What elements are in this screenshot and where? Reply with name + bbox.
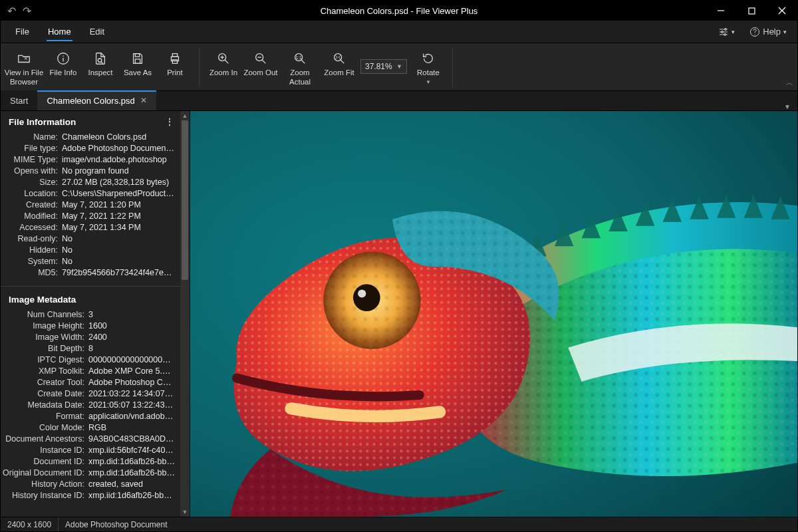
content: File Information ⋮ Name:Chameleon Colors… — [1, 111, 797, 517]
svg-line-16 — [101, 62, 103, 64]
svg-rect-21 — [172, 60, 177, 64]
statusbar: 2400 x 1600 Adobe Photoshop Document — [1, 517, 797, 531]
help-menu-button[interactable]: Help ▾ — [744, 24, 792, 40]
svg-point-40 — [353, 284, 380, 311]
tab-close-icon[interactable]: ✕ — [140, 96, 147, 105]
zoom-fit-icon — [331, 51, 347, 66]
folder-open-icon — [16, 51, 32, 66]
document-tabs: Start Chameleon Colors.psd ✕ ▼ — [1, 91, 797, 111]
metadata-list: Num Channels:3 Image Height:1600 Image W… — [1, 309, 180, 506]
menu-file[interactable]: File — [6, 23, 39, 41]
help-icon — [749, 27, 760, 37]
info-icon — [55, 51, 71, 66]
tab-start[interactable]: Start — [1, 90, 37, 110]
menu-edit[interactable]: Edit — [80, 23, 114, 41]
rotate-icon — [420, 51, 436, 66]
tab-file[interactable]: Chameleon Colors.psd ✕ — [37, 90, 156, 110]
maximize-button[interactable] — [736, 1, 767, 21]
svg-line-33 — [340, 61, 344, 64]
svg-point-11 — [755, 34, 755, 35]
metadata-panel-header: Image Metadata — [1, 289, 180, 309]
menubar: File Home Edit ▾ Help ▾ — [1, 21, 797, 43]
svg-text:1:1: 1:1 — [296, 55, 302, 60]
save-as-button[interactable]: Save As — [119, 47, 156, 86]
file-info-panel-header: File Information ⋮ — [1, 111, 180, 131]
info-sidebar: File Information ⋮ Name:Chameleon Colors… — [1, 111, 190, 517]
inspect-icon — [92, 51, 108, 66]
svg-line-23 — [225, 61, 228, 64]
rotate-button[interactable]: Rotate ▼ — [410, 47, 447, 86]
panel-menu-icon[interactable]: ⋮ — [165, 116, 175, 127]
maximize-icon — [748, 7, 755, 15]
window-title: Chameleon Colors.psd - File Viewer Plus — [1, 6, 797, 16]
zoom-level-dropdown[interactable]: 37.81% ▼ — [360, 59, 407, 74]
menu-home[interactable]: Home — [39, 23, 80, 41]
svg-point-14 — [63, 56, 63, 57]
save-icon — [130, 51, 146, 66]
minimize-icon — [717, 7, 725, 15]
view-in-file-browser-button[interactable]: View in File Browser — [3, 47, 45, 86]
svg-point-41 — [358, 289, 366, 297]
sliders-icon — [718, 27, 729, 37]
minimize-button[interactable] — [706, 1, 736, 21]
collapse-ribbon-button[interactable]: ︿ — [786, 78, 793, 88]
zoom-out-icon — [253, 51, 269, 66]
sidebar-scrollbar[interactable]: ▲ ▼ — [180, 111, 190, 517]
toolbar: View in File Browser File Info Inspect S… — [1, 43, 797, 91]
zoom-in-icon — [215, 51, 231, 66]
zoom-level-value: 37.81% — [365, 62, 392, 71]
chevron-down-icon: ▼ — [426, 79, 431, 85]
svg-rect-20 — [172, 54, 177, 57]
tabs-overflow-button[interactable]: ▼ — [777, 103, 797, 110]
status-dimensions: 2400 x 1600 — [1, 517, 59, 531]
settings-menu-button[interactable]: ▾ — [713, 24, 740, 40]
file-info-button[interactable]: File Info — [45, 47, 82, 86]
print-icon — [167, 51, 183, 66]
image-preview — [190, 111, 797, 517]
chevron-down-icon: ▼ — [396, 63, 402, 70]
titlebar: ↶ ↷ Chameleon Colors.psd - File Viewer P… — [1, 1, 797, 21]
zoom-fit-button[interactable]: Zoom Fit — [321, 47, 358, 86]
print-button[interactable]: Print — [156, 47, 194, 86]
svg-point-32 — [334, 54, 342, 61]
zoom-actual-button[interactable]: 1:1 Zoom Actual — [279, 47, 321, 86]
image-viewer[interactable] — [190, 111, 797, 517]
file-info-list: Name:Chameleon Colors.psd File type:Adob… — [1, 131, 180, 283]
help-label: Help — [763, 27, 781, 37]
scroll-up-icon[interactable]: ▲ — [180, 111, 190, 120]
svg-line-30 — [301, 61, 305, 64]
status-filetype: Adobe Photoshop Document — [59, 517, 174, 531]
svg-point-15 — [98, 59, 102, 63]
svg-rect-18 — [135, 59, 140, 63]
inspect-button[interactable]: Inspect — [82, 47, 119, 86]
undo-icon[interactable]: ↶ — [7, 5, 16, 17]
svg-rect-17 — [135, 54, 139, 57]
zoom-in-button[interactable]: Zoom In — [205, 47, 242, 86]
close-icon — [778, 7, 786, 15]
app-window: ↶ ↷ Chameleon Colors.psd - File Viewer P… — [0, 0, 798, 532]
redo-icon[interactable]: ↷ — [23, 5, 31, 17]
scroll-down-icon[interactable]: ▼ — [180, 507, 190, 517]
svg-line-27 — [262, 61, 265, 64]
zoom-actual-icon: 1:1 — [292, 51, 308, 66]
zoom-out-button[interactable]: Zoom Out — [242, 47, 279, 86]
close-button[interactable] — [767, 1, 797, 21]
svg-rect-1 — [749, 8, 755, 14]
